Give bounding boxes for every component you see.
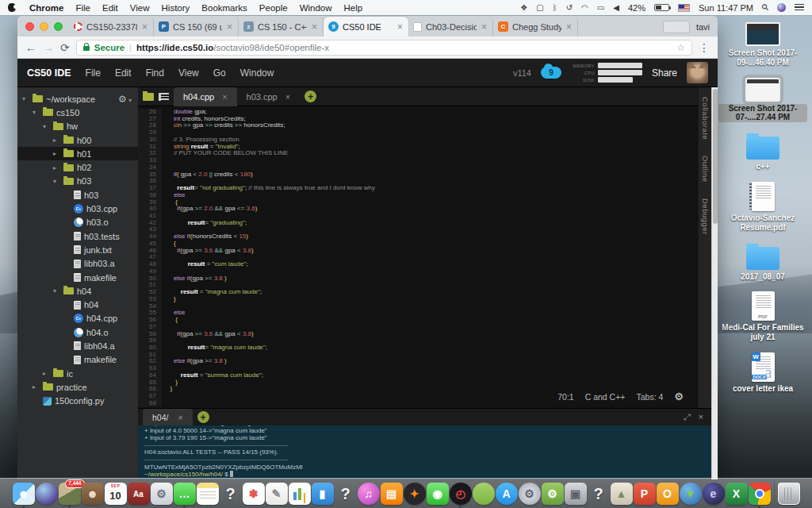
menu-bookmarks[interactable]: Bookmarks [201,3,247,13]
menu-people[interactable]: People [259,3,288,13]
new-tab-button[interactable] [663,21,690,33]
dock-siri[interactable] [36,483,58,505]
dock-facetime[interactable]: ◉ [427,483,449,505]
desktop-icon-screen-shot-2017-07-27-44-pm[interactable]: Screen Shot 2017-07-....27.44 PM [717,78,809,123]
menu-view[interactable]: View [130,3,150,13]
dock-numbers[interactable] [289,483,311,505]
tab-close-icon[interactable]: × [141,21,148,33]
ide-menu-go[interactable]: Go [213,67,226,79]
new-terminal-button[interactable]: + [197,411,209,423]
terminal-tab-close-icon[interactable]: × [178,413,182,422]
dock-app-store[interactable]: A [496,483,518,505]
cursor-position[interactable]: 70:1 [557,392,573,402]
ide-menu-window[interactable]: Window [240,67,274,79]
disclosure-icon[interactable]: ▾ [53,178,60,185]
dock-missing-app[interactable]: ? [220,483,242,505]
code-editor[interactable]: 26 double gpa;27 int credits, honorsCred… [138,106,698,408]
tree-item-hw[interactable]: ▾hw [17,120,138,133]
dock-powerpoint[interactable]: P [634,483,656,505]
browser-tab-cs50-ide[interactable]: 9CS50 IDE× [324,17,408,37]
dock-android-emulator[interactable] [473,483,495,505]
tree-item-h04[interactable]: ▾h04 [17,284,138,298]
tree-item-h04-cpp[interactable]: C+h04.cpp [17,312,138,325]
minimize-window-button[interactable] [40,22,48,31]
editor-tab-h04-cpp[interactable]: h04.cpp× [174,87,237,106]
browser-tab-cs-150-c-prog[interactable]: zCS 150 - C++ Prog× [239,17,324,37]
browser-scrollbar[interactable] [711,87,718,479]
tab-close-icon[interactable]: × [396,21,404,33]
desktop-icon-2017-08-07[interactable]: 2017_08_07 [717,243,809,282]
terminal-close-icon[interactable]: × [699,412,703,422]
dock-eclipse[interactable]: e [703,483,725,505]
desktop-icon-octavio-sanchez-resume-pdf[interactable]: Octavio-Sanchez Resume.pdf [717,182,809,233]
editor-tab-h03-cpp[interactable]: h03.cpp× [237,87,301,106]
tree-item-h01[interactable]: ▸h01 [17,147,138,160]
disclosure-icon[interactable]: ▸ [53,137,60,144]
desktop-icon-screen-shot-2017-09-46-40-pm[interactable]: Screen Shot 2017-09-...46.40 PM [717,22,809,67]
editor-settings-gear-icon[interactable]: ⚙ [674,391,684,402]
tree-item-h04[interactable]: h04 [17,298,138,311]
editor-tab-close-icon[interactable]: × [285,92,290,102]
dock-keynote[interactable]: ▮ [312,483,334,505]
browser-tab-cs-150-69-unreac[interactable]: PCS 150 (69 unreac× [154,17,239,37]
tree-item-practice[interactable]: ▸practice [17,380,138,394]
dock-calendar[interactable]: SEP10 [105,483,127,505]
dock-launchpad-gear[interactable]: ⚙ [151,483,173,505]
terminal-tab[interactable]: h04/ × [143,409,193,426]
spotlight-icon[interactable]: ⚲ [760,2,772,13]
browser-tab-chegg-study-gui[interactable]: CChegg Study | Gui× [493,17,578,37]
folder-icon[interactable] [143,93,154,101]
ide-menu-edit[interactable]: Edit [115,67,132,79]
menu-file[interactable]: File [75,3,90,13]
tab-close-icon[interactable]: × [226,21,233,33]
panel-tab-debugger[interactable]: Debugger [701,198,710,235]
dock-trash[interactable] [778,483,800,505]
dock-android-file-transfer[interactable]: ⚙ [542,483,564,505]
dock-itunes[interactable]: ♫ [358,483,380,505]
tree-item-cs150[interactable]: ▾cs150 [17,106,138,119]
dock-photos-album[interactable]: 7,444 [59,483,81,505]
secure-lock-icon[interactable] [83,46,90,51]
desktop-icon-c[interactable]: c++ [717,133,809,171]
disclosure-icon[interactable]: ▾ [33,109,40,116]
dock-missing-app[interactable]: ? [588,483,610,505]
display-mirroring-icon[interactable]: ▢ [536,3,543,12]
dock-notes[interactable] [197,483,219,505]
disclosure-icon[interactable]: ▾ [43,123,50,130]
panel-tab-outline[interactable]: Outline [701,156,710,183]
forward-button[interactable]: → [43,41,54,54]
dock-finder[interactable]: ☻ [13,483,35,505]
dock-messages[interactable]: … [174,483,196,505]
tab-close-icon[interactable]: × [311,21,318,33]
cloud9-icon[interactable]: 9 [541,67,561,79]
browser-tab-ch03-decisionsan[interactable]: Ch03-DecisionsAn× [408,17,493,37]
ide-menu-view[interactable]: View [178,67,199,79]
dock-image-capture[interactable]: ▲ [611,483,633,505]
tree-item-makefile[interactable]: makefile [17,353,138,367]
tree-item-h03[interactable]: h03 [17,188,138,202]
dock-globe-sync[interactable]: ▼ [680,483,702,505]
menu-chrome[interactable]: Chrome [29,3,63,13]
back-button[interactable]: ← [25,41,36,54]
tree-item-h03[interactable]: ▾h03 [17,175,138,188]
menu-window[interactable]: Window [300,3,332,13]
disclosure-icon[interactable]: ▾ [22,95,29,102]
tree-item-h02[interactable]: ▸h02 [17,160,138,174]
tab-close-icon[interactable]: × [565,21,573,33]
tab-list-icon[interactable] [159,93,169,101]
disclosure-icon[interactable]: ▸ [53,150,60,157]
browser-menu-icon[interactable]: ⋮ [699,41,710,54]
tab-close-icon[interactable]: × [481,21,488,33]
disclosure-icon[interactable]: ▸ [53,164,60,171]
dock-print-cart[interactable]: ▣ [565,483,587,505]
tree-item-libh03-a[interactable]: libh03.a [17,257,138,271]
dock-chrome[interactable] [749,483,771,505]
dock-missing-app[interactable]: ? [335,483,357,505]
zoom-window-button[interactable] [54,22,63,31]
browser-tab-cs150-23378-c[interactable]: CS150-23378 C+× [69,17,154,37]
tree-settings-gear-icon[interactable]: ⚙ ▾ [118,94,132,105]
tree-item-h00[interactable]: ▸h00 [17,133,138,147]
airplay-icon[interactable]: ▭ [597,3,604,12]
menu-help[interactable]: Help [344,3,363,13]
address-bar[interactable]: Secure | https://ide.cs50.io/soctavio98/… [76,40,692,56]
